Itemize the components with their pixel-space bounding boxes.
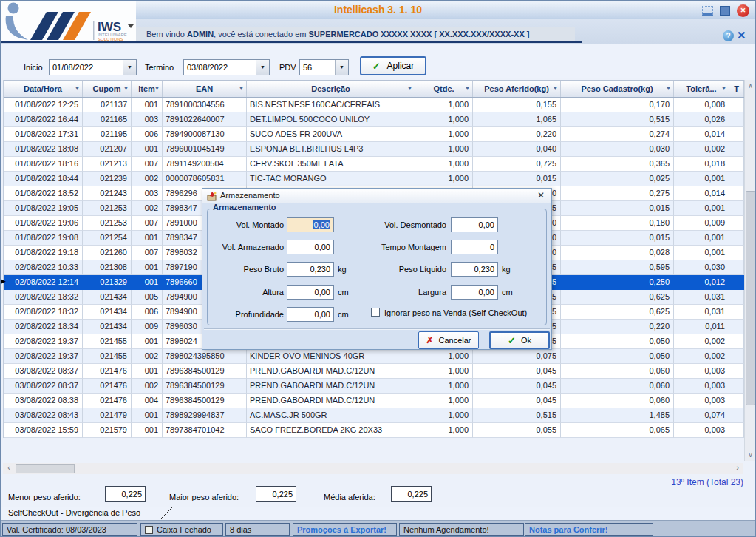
horizontal-scrollbar[interactable]: ‹ › xyxy=(3,463,743,474)
status-notas-conferir[interactable]: Notas para Conferir! xyxy=(525,523,653,536)
sort-arrow-icon[interactable]: ▼ xyxy=(553,86,558,91)
peso-bruto-label: Peso Bruto xyxy=(205,265,284,274)
largura-input[interactable]: 0,00 xyxy=(451,285,498,300)
table-row[interactable]: 03/08/2022 08:380214760047896384500129PR… xyxy=(4,394,744,408)
scroll-right-icon[interactable]: › xyxy=(732,463,743,474)
inicio-label: Inicio xyxy=(24,63,43,72)
vol-armazenado-input[interactable]: 0,00 xyxy=(287,240,334,254)
status-caixa-fechado[interactable]: Caixa Fechado xyxy=(140,523,223,536)
minimize-icon[interactable] xyxy=(702,6,713,16)
sort-arrow-icon[interactable]: ▼ xyxy=(239,86,244,91)
vertical-scroll-thumb[interactable] xyxy=(746,191,755,405)
table-row[interactable]: 01/08/2022 18:080212070017896001045149ES… xyxy=(4,142,744,157)
armazenamento-icon xyxy=(207,191,217,201)
column-header-descri-o[interactable]: Descrição▼ xyxy=(247,81,415,97)
dialog-group-title: Armazenamento xyxy=(210,203,279,212)
caixa-fechado-checkbox[interactable] xyxy=(145,526,153,534)
scroll-down-icon[interactable]: ∨ xyxy=(745,449,756,461)
table-row[interactable]: 02/08/2022 19:370214550027898024395850KI… xyxy=(4,349,744,364)
vol-montado-input[interactable]: 0,00 xyxy=(287,217,334,232)
table-row[interactable]: 01/08/2022 12:250211370017891000304556BI… xyxy=(4,98,744,112)
menor-peso-field[interactable]: 0,225 xyxy=(105,486,146,502)
tempo-montagem-input[interactable]: 0 xyxy=(451,240,498,254)
column-header-cupom[interactable]: Cupom▼ xyxy=(83,81,132,97)
pdv-select[interactable]: 56 ▼ xyxy=(299,59,349,75)
peso-liquido-input[interactable]: 0,230 xyxy=(451,262,498,277)
help-icon[interactable]: ? xyxy=(723,30,734,41)
table-row[interactable]: 03/08/2022 15:590215790017897384701042SA… xyxy=(4,423,744,438)
media-aferida-field[interactable]: 0,225 xyxy=(391,486,432,502)
cancel-button[interactable]: ✗ Cancelar xyxy=(418,331,479,349)
termino-label: Termino xyxy=(145,63,174,72)
app-window: Intellicash 3. 1. 10 ✕ IWS INTELLIWARE S… xyxy=(0,0,756,537)
column-header-t[interactable]: T xyxy=(729,81,744,97)
table-row[interactable]: 01/08/2022 18:440212390020000078605831TI… xyxy=(4,172,744,186)
apply-button[interactable]: ✓ Aplicar xyxy=(360,56,426,75)
column-header-peso-cadastro-kg[interactable]: Peso Cadastro(kg)▼ xyxy=(561,81,674,97)
table-row[interactable]: 01/08/2022 17:310211950067894900087130SU… xyxy=(4,127,744,142)
sort-arrow-icon[interactable]: ▼ xyxy=(465,86,470,91)
status-nenhum-agendamento[interactable]: Nenhum Agendamento! xyxy=(399,523,524,536)
ok-check-icon: ✓ xyxy=(508,335,516,346)
header-close-icon[interactable]: ✕ xyxy=(737,29,746,42)
largura-unit: cm xyxy=(502,288,513,297)
inicio-dropdown-icon[interactable]: ▼ xyxy=(123,60,136,75)
profundidade-label: Profundidade xyxy=(205,310,284,319)
ok-button[interactable]: ✓ Ok xyxy=(489,331,550,349)
vertical-scrollbar[interactable]: ∧ ∨ xyxy=(744,80,756,461)
vol-desmontado-label: Vol. Desmontado xyxy=(371,220,446,229)
column-header-ean[interactable]: EAN▼ xyxy=(163,81,247,97)
table-row[interactable]: 01/08/2022 18:160212130077891149200504CE… xyxy=(4,157,744,172)
scroll-left-icon[interactable]: ‹ xyxy=(3,463,15,474)
altura-label: Altura xyxy=(205,288,284,297)
termino-date-input[interactable]: 03/08/2022 ▼ xyxy=(183,59,270,75)
horizontal-scroll-thumb[interactable] xyxy=(16,464,75,473)
sort-arrow-icon[interactable]: ▼ xyxy=(407,86,412,91)
window-controls: ✕ xyxy=(702,4,749,17)
maior-peso-field[interactable]: 0,225 xyxy=(256,486,296,502)
dialog-close-icon[interactable]: ✕ xyxy=(537,190,545,200)
scroll-up-icon[interactable]: ∧ xyxy=(745,80,756,92)
status-promocoes-exportar[interactable]: Promoções à Exportar! xyxy=(293,523,397,536)
sort-arrow-icon[interactable]: ▼ xyxy=(721,86,726,91)
menor-peso-label: Menor peso aferido: xyxy=(8,493,81,501)
peso-liquido-label: Peso Líquido xyxy=(371,265,446,274)
ignorar-peso-checkbox[interactable] xyxy=(371,308,380,317)
table-row[interactable]: 01/08/2022 16:440211650037891022640007DE… xyxy=(4,112,744,127)
dialog-separator xyxy=(204,328,550,330)
grid-header-row: Data/Hora▼Cupom▼Item▼EAN▼Descrição▼Qtde.… xyxy=(4,80,744,98)
sort-arrow-icon[interactable]: ▼ xyxy=(154,86,160,91)
maximize-icon[interactable] xyxy=(720,6,730,16)
ignorar-peso-label: Ignorar peso na Venda (Self-CheckOut) xyxy=(384,308,527,317)
table-row[interactable]: 03/08/2022 08:370214760017896384500129PR… xyxy=(4,364,744,379)
pdv-label: PDV xyxy=(279,63,296,72)
peso-bruto-unit: kg xyxy=(338,265,347,274)
column-header-peso-aferido-kg[interactable]: Peso Aferido(kg)▼ xyxy=(473,81,561,97)
sort-arrow-icon[interactable]: ▼ xyxy=(75,86,80,91)
termino-dropdown-icon[interactable]: ▼ xyxy=(256,60,269,75)
record-counter: 13º Item (Total 23) xyxy=(671,477,743,487)
cancel-x-icon: ✗ xyxy=(426,335,433,345)
vol-desmontado-input[interactable]: 0,00 xyxy=(451,217,498,232)
sort-arrow-icon[interactable]: ▼ xyxy=(666,86,671,91)
profundidade-input[interactable]: 0,00 xyxy=(287,307,334,322)
peso-bruto-input[interactable]: 0,230 xyxy=(287,262,334,277)
inicio-date-input[interactable]: 01/08/2022 ▼ xyxy=(49,59,137,75)
status-dias: 8 dias xyxy=(225,523,290,536)
pdv-dropdown-icon[interactable]: ▼ xyxy=(335,60,348,75)
sort-arrow-icon[interactable]: ▼ xyxy=(123,86,129,91)
column-header-toler[interactable]: Tolerâ...▼ xyxy=(674,81,729,97)
check-icon: ✓ xyxy=(372,61,381,72)
altura-input[interactable]: 0,00 xyxy=(287,285,334,300)
selected-row-marker-icon: ▶ xyxy=(1,277,6,285)
iws-logo-icon: IWS INTELLIWARE SOLUTIONS xyxy=(4,1,135,41)
armazenamento-dialog: Armazenamento ✕ Armazenamento Vol. Monta… xyxy=(202,188,552,350)
close-icon[interactable]: ✕ xyxy=(737,4,749,17)
maior-peso-label: Maior peso aferido: xyxy=(169,493,239,501)
column-header-qtde[interactable]: Qtde.▼ xyxy=(415,81,473,97)
table-row[interactable]: 03/08/2022 08:370214760027896384500129PR… xyxy=(4,379,744,394)
table-row[interactable]: 03/08/2022 08:430214790017898929994837AC… xyxy=(4,408,744,423)
column-header-data-hora[interactable]: Data/Hora▼ xyxy=(4,81,83,97)
column-header-item[interactable]: Item▼ xyxy=(132,81,163,97)
welcome-user: ADMIN xyxy=(187,30,214,38)
